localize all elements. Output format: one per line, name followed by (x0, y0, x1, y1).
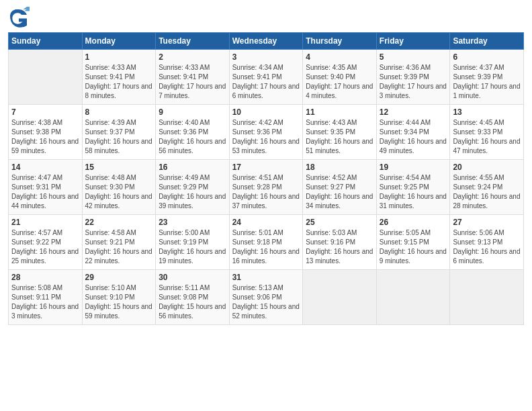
calendar-cell: 10 Sunrise: 4:42 AMSunset: 9:36 PMDaylig… (229, 105, 303, 160)
day-number: 15 (85, 163, 153, 172)
day-number: 7 (11, 107, 79, 117)
calendar-cell: 30 Sunrise: 5:11 AMSunset: 9:08 PMDaylig… (156, 270, 230, 325)
header-day-monday: Monday (82, 33, 156, 50)
day-info: Sunrise: 4:37 AMSunset: 9:39 PMDaylight:… (453, 63, 521, 101)
day-number: 27 (453, 218, 521, 227)
calendar-cell: 22 Sunrise: 4:58 AMSunset: 9:21 PMDaylig… (82, 215, 156, 270)
calendar-cell: 7 Sunrise: 4:38 AMSunset: 9:38 PMDayligh… (9, 105, 83, 160)
day-number: 12 (380, 107, 447, 117)
calendar-week-row: 14 Sunrise: 4:47 AMSunset: 9:31 PMDaylig… (9, 160, 524, 215)
header-day-wednesday: Wednesday (229, 33, 303, 50)
calendar-cell: 3 Sunrise: 4:34 AMSunset: 9:41 PMDayligh… (229, 50, 303, 105)
calendar-cell: 17 Sunrise: 4:51 AMSunset: 9:28 PMDaylig… (229, 160, 303, 215)
day-number: 16 (159, 163, 226, 172)
day-info: Sunrise: 4:40 AMSunset: 9:36 PMDaylight:… (159, 118, 226, 156)
day-info: Sunrise: 4:52 AMSunset: 9:27 PMDaylight:… (306, 173, 373, 211)
calendar-cell: 28 Sunrise: 5:08 AMSunset: 9:11 PMDaylig… (9, 270, 83, 325)
day-info: Sunrise: 4:49 AMSunset: 9:29 PMDaylight:… (159, 173, 226, 211)
day-info: Sunrise: 4:42 AMSunset: 9:36 PMDaylight:… (232, 118, 300, 156)
day-info: Sunrise: 4:39 AMSunset: 9:37 PMDaylight:… (85, 118, 153, 156)
calendar-cell: 31 Sunrise: 5:13 AMSunset: 9:06 PMDaylig… (229, 270, 303, 325)
calendar-cell: 2 Sunrise: 4:33 AMSunset: 9:41 PMDayligh… (156, 50, 230, 105)
day-number: 8 (85, 107, 153, 117)
day-number: 20 (453, 163, 521, 172)
day-number: 2 (159, 52, 226, 62)
calendar-week-row: 1 Sunrise: 4:33 AMSunset: 9:41 PMDayligh… (9, 50, 524, 105)
day-number: 11 (306, 107, 373, 117)
day-info: Sunrise: 4:34 AMSunset: 9:41 PMDaylight:… (232, 63, 300, 101)
day-number: 28 (11, 273, 79, 282)
day-number: 29 (85, 273, 153, 282)
day-info: Sunrise: 5:08 AMSunset: 9:11 PMDaylight:… (11, 283, 79, 321)
calendar-cell (450, 270, 524, 325)
day-number: 13 (453, 107, 521, 117)
calendar-cell: 14 Sunrise: 4:47 AMSunset: 9:31 PMDaylig… (9, 160, 83, 215)
calendar-cell: 6 Sunrise: 4:37 AMSunset: 9:39 PMDayligh… (450, 50, 524, 105)
day-number: 30 (159, 273, 226, 282)
calendar-cell: 5 Sunrise: 4:36 AMSunset: 9:39 PMDayligh… (376, 50, 450, 105)
calendar-week-row: 28 Sunrise: 5:08 AMSunset: 9:11 PMDaylig… (9, 270, 524, 325)
day-number: 10 (232, 107, 300, 117)
day-number: 18 (306, 163, 373, 172)
calendar-week-row: 7 Sunrise: 4:38 AMSunset: 9:38 PMDayligh… (9, 105, 524, 160)
day-number: 25 (306, 218, 373, 227)
day-info: Sunrise: 5:10 AMSunset: 9:10 PMDaylight:… (85, 283, 153, 321)
header (8, 7, 524, 28)
day-info: Sunrise: 4:47 AMSunset: 9:31 PMDaylight:… (11, 173, 79, 211)
day-info: Sunrise: 4:43 AMSunset: 9:35 PMDaylight:… (306, 118, 373, 156)
day-number: 21 (11, 218, 79, 227)
calendar-cell: 4 Sunrise: 4:35 AMSunset: 9:40 PMDayligh… (303, 50, 377, 105)
day-info: Sunrise: 4:36 AMSunset: 9:39 PMDaylight:… (380, 63, 447, 101)
day-number: 17 (232, 163, 300, 172)
day-number: 9 (159, 107, 226, 117)
day-info: Sunrise: 5:03 AMSunset: 9:16 PMDaylight:… (306, 228, 373, 266)
header-day-tuesday: Tuesday (156, 33, 230, 50)
day-info: Sunrise: 4:51 AMSunset: 9:28 PMDaylight:… (232, 173, 300, 211)
day-info: Sunrise: 4:54 AMSunset: 9:25 PMDaylight:… (380, 173, 447, 211)
calendar-cell: 15 Sunrise: 4:48 AMSunset: 9:30 PMDaylig… (82, 160, 156, 215)
day-number: 4 (306, 52, 373, 62)
calendar-cell: 8 Sunrise: 4:39 AMSunset: 9:37 PMDayligh… (82, 105, 156, 160)
day-info: Sunrise: 4:45 AMSunset: 9:33 PMDaylight:… (453, 118, 521, 156)
logo (8, 7, 32, 28)
day-info: Sunrise: 5:06 AMSunset: 9:13 PMDaylight:… (453, 228, 521, 266)
day-info: Sunrise: 4:44 AMSunset: 9:34 PMDaylight:… (380, 118, 447, 156)
calendar-cell: 25 Sunrise: 5:03 AMSunset: 9:16 PMDaylig… (303, 215, 377, 270)
calendar-table: SundayMondayTuesdayWednesdayThursdayFrid… (8, 32, 524, 325)
header-day-sunday: Sunday (9, 33, 83, 50)
calendar-cell (376, 270, 450, 325)
calendar-cell: 16 Sunrise: 4:49 AMSunset: 9:29 PMDaylig… (156, 160, 230, 215)
calendar-cell: 13 Sunrise: 4:45 AMSunset: 9:33 PMDaylig… (450, 105, 524, 160)
calendar-header-row: SundayMondayTuesdayWednesdayThursdayFrid… (9, 33, 524, 50)
day-info: Sunrise: 5:13 AMSunset: 9:06 PMDaylight:… (232, 283, 300, 321)
main-container: SundayMondayTuesdayWednesdayThursdayFrid… (0, 0, 532, 332)
calendar-cell: 12 Sunrise: 4:44 AMSunset: 9:34 PMDaylig… (376, 105, 450, 160)
header-day-thursday: Thursday (303, 33, 377, 50)
day-number: 1 (85, 52, 153, 62)
calendar-cell: 23 Sunrise: 5:00 AMSunset: 9:19 PMDaylig… (156, 215, 230, 270)
day-info: Sunrise: 4:57 AMSunset: 9:22 PMDaylight:… (11, 228, 79, 266)
day-number: 19 (380, 163, 447, 172)
day-info: Sunrise: 5:01 AMSunset: 9:18 PMDaylight:… (232, 228, 300, 266)
header-day-friday: Friday (376, 33, 450, 50)
day-number: 14 (11, 163, 79, 172)
day-number: 26 (380, 218, 447, 227)
calendar-cell: 9 Sunrise: 4:40 AMSunset: 9:36 PMDayligh… (156, 105, 230, 160)
day-number: 23 (159, 218, 226, 227)
calendar-cell: 19 Sunrise: 4:54 AMSunset: 9:25 PMDaylig… (376, 160, 450, 215)
day-info: Sunrise: 4:55 AMSunset: 9:24 PMDaylight:… (453, 173, 521, 211)
calendar-cell: 11 Sunrise: 4:43 AMSunset: 9:35 PMDaylig… (303, 105, 377, 160)
day-info: Sunrise: 4:35 AMSunset: 9:40 PMDaylight:… (306, 63, 373, 101)
calendar-cell: 29 Sunrise: 5:10 AMSunset: 9:10 PMDaylig… (82, 270, 156, 325)
calendar-cell (303, 270, 377, 325)
calendar-cell: 20 Sunrise: 4:55 AMSunset: 9:24 PMDaylig… (450, 160, 524, 215)
day-number: 22 (85, 218, 153, 227)
calendar-week-row: 21 Sunrise: 4:57 AMSunset: 9:22 PMDaylig… (9, 215, 524, 270)
day-info: Sunrise: 5:00 AMSunset: 9:19 PMDaylight:… (159, 228, 226, 266)
calendar-cell: 26 Sunrise: 5:05 AMSunset: 9:15 PMDaylig… (376, 215, 450, 270)
day-number: 24 (232, 218, 300, 227)
day-number: 3 (232, 52, 300, 62)
day-info: Sunrise: 4:33 AMSunset: 9:41 PMDaylight:… (85, 63, 153, 101)
calendar-cell: 1 Sunrise: 4:33 AMSunset: 9:41 PMDayligh… (82, 50, 156, 105)
calendar-cell: 18 Sunrise: 4:52 AMSunset: 9:27 PMDaylig… (303, 160, 377, 215)
